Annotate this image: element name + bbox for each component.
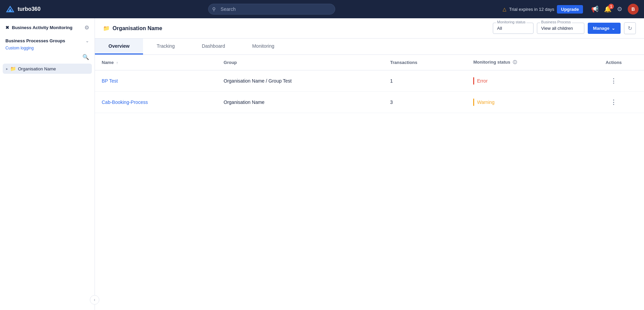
sort-icon: ↑ bbox=[116, 61, 118, 65]
business-process-select[interactable]: View all children Current only bbox=[537, 23, 584, 34]
bp-link-1[interactable]: BP Test bbox=[102, 78, 118, 84]
sidebar-custom-logging[interactable]: Custom logging bbox=[5, 46, 89, 50]
data-table-container: Name ↑ Group Transactions Monitoring sta… bbox=[95, 55, 644, 310]
table-row: BP Test Organisation Name / Group Test 1… bbox=[95, 70, 644, 92]
sidebar-section: Business Processes Groups ⌄ Custom loggi… bbox=[0, 34, 95, 52]
sidebar-section-header[interactable]: Business Processes Groups ⌄ bbox=[5, 36, 89, 45]
status-warning-link-2[interactable]: Warning bbox=[477, 99, 495, 105]
status-cell-2: Warning bbox=[473, 98, 576, 106]
more-actions-button-2[interactable]: ⋮ bbox=[608, 97, 619, 107]
logo-icon bbox=[5, 4, 15, 14]
tree-item-label: Organisation Name bbox=[18, 66, 56, 71]
table-row: Cab-Booking-Process Organisation Name 3 … bbox=[95, 92, 644, 113]
col-monitoring-status: Monitoring status ⓘ bbox=[466, 55, 583, 70]
page-title: Organisation Name bbox=[113, 25, 162, 31]
content-header: 📁 Organisation Name Monitoring status Al… bbox=[95, 18, 644, 39]
activity-icon: ✖ bbox=[5, 25, 9, 30]
announcements-button[interactable]: 📢 bbox=[591, 5, 599, 13]
cell-name-1: BP Test bbox=[95, 70, 217, 92]
cell-actions-1: ⋮ bbox=[583, 70, 644, 92]
notification-badge: 1 bbox=[608, 4, 614, 9]
sidebar-tree: ▸ 📁 Organisation Name bbox=[0, 62, 95, 310]
header-controls: Monitoring status All Error Warning OK B… bbox=[493, 22, 636, 34]
cell-status-2: Warning bbox=[466, 92, 583, 113]
content-area: 📁 Organisation Name Monitoring status Al… bbox=[95, 18, 644, 310]
tab-overview[interactable]: Overview bbox=[95, 39, 143, 54]
manage-chevron-icon: ⌄ bbox=[611, 26, 615, 31]
logo: turbo360 bbox=[5, 4, 41, 14]
col-transactions: Transactions bbox=[383, 55, 466, 70]
more-actions-button-1[interactable]: ⋮ bbox=[608, 76, 619, 86]
cell-transactions-2: 3 bbox=[383, 92, 466, 113]
notifications-button[interactable]: 🔔 1 bbox=[604, 5, 611, 13]
col-name: Name ↑ bbox=[95, 55, 217, 70]
cell-actions-2: ⋮ bbox=[583, 92, 644, 113]
col-group: Group bbox=[217, 55, 383, 70]
sidebar-title: ✖ Business Activity Monitoring bbox=[5, 25, 73, 30]
business-process-filter: Business Process View all children Curre… bbox=[537, 23, 584, 34]
sidebar-settings-button[interactable]: ⚙ bbox=[84, 24, 89, 31]
tabs-bar: Overview Tracking Dashboard Monitoring bbox=[95, 39, 644, 55]
trial-banner: △ Trial expires in 12 days Upgrade bbox=[503, 5, 583, 14]
main-layout: ✖ Business Activity Monitoring ⚙ Busines… bbox=[0, 18, 644, 310]
monitoring-status-select[interactable]: All Error Warning OK bbox=[493, 23, 534, 34]
cell-transactions-1: 1 bbox=[383, 70, 466, 92]
manage-label: Manage bbox=[593, 26, 609, 31]
sidebar-collapse-button[interactable]: ‹ bbox=[90, 295, 99, 305]
breadcrumb: 📁 Organisation Name bbox=[103, 25, 487, 31]
upgrade-button[interactable]: Upgrade bbox=[557, 5, 583, 14]
cell-name-2: Cab-Booking-Process bbox=[95, 92, 217, 113]
tab-dashboard[interactable]: Dashboard bbox=[188, 39, 239, 54]
status-bar-error-icon bbox=[473, 77, 474, 85]
data-table: Name ↑ Group Transactions Monitoring sta… bbox=[95, 55, 644, 113]
cell-status-1: Error bbox=[466, 70, 583, 92]
sidebar: ✖ Business Activity Monitoring ⚙ Busines… bbox=[0, 18, 95, 310]
business-process-label: Business Process bbox=[540, 20, 572, 24]
sidebar-chevron-icon: ⌄ bbox=[85, 38, 89, 43]
sidebar-section-label: Business Processes Groups bbox=[5, 38, 65, 43]
tab-tracking[interactable]: Tracking bbox=[143, 39, 188, 54]
status-error-link-1[interactable]: Error bbox=[477, 78, 487, 84]
warning-icon: △ bbox=[503, 6, 506, 12]
sidebar-search-button[interactable]: 🔍 bbox=[82, 54, 89, 60]
trial-text: Trial expires in 12 days bbox=[509, 7, 554, 12]
megaphone-icon: 📢 bbox=[591, 5, 599, 13]
tree-folder-icon: 📁 bbox=[10, 66, 16, 71]
settings-button[interactable]: ⚙ bbox=[617, 5, 622, 13]
logo-text: turbo360 bbox=[18, 6, 41, 12]
nav-icons: 📢 🔔 1 ⚙ B bbox=[591, 4, 639, 15]
tree-chevron-icon: ▸ bbox=[6, 67, 8, 71]
sidebar-search-row: 🔍 bbox=[0, 52, 95, 62]
sidebar-item-organisation[interactable]: ▸ 📁 Organisation Name bbox=[3, 64, 92, 74]
refresh-icon: ↻ bbox=[628, 25, 632, 31]
cell-group-1: Organisation Name / Group Test bbox=[217, 70, 383, 92]
sidebar-header: ✖ Business Activity Monitoring ⚙ bbox=[0, 18, 95, 34]
manage-button[interactable]: Manage ⌄ bbox=[588, 23, 621, 34]
bp-link-2[interactable]: Cab-Booking-Process bbox=[102, 99, 148, 105]
tab-monitoring[interactable]: Monitoring bbox=[239, 39, 288, 54]
folder-icon: 📁 bbox=[103, 25, 110, 31]
top-navigation: turbo360 ⚲ △ Trial expires in 12 days Up… bbox=[0, 0, 644, 18]
monitoring-status-label: Monitoring status bbox=[496, 20, 527, 24]
avatar-button[interactable]: B bbox=[628, 4, 639, 15]
info-icon: ⓘ bbox=[513, 60, 517, 65]
sidebar-title-text: Business Activity Monitoring bbox=[12, 25, 73, 30]
refresh-button[interactable]: ↻ bbox=[624, 22, 636, 34]
search-icon: ⚲ bbox=[212, 6, 216, 12]
gear-icon: ⚙ bbox=[617, 5, 622, 13]
col-actions: Actions bbox=[583, 55, 644, 70]
search-input[interactable] bbox=[208, 4, 335, 15]
cell-group-2: Organisation Name bbox=[217, 92, 383, 113]
status-cell-1: Error bbox=[473, 77, 576, 85]
status-bar-warning-icon bbox=[473, 98, 474, 106]
monitoring-status-filter: Monitoring status All Error Warning OK bbox=[493, 23, 534, 34]
search-bar: ⚲ bbox=[208, 4, 335, 15]
